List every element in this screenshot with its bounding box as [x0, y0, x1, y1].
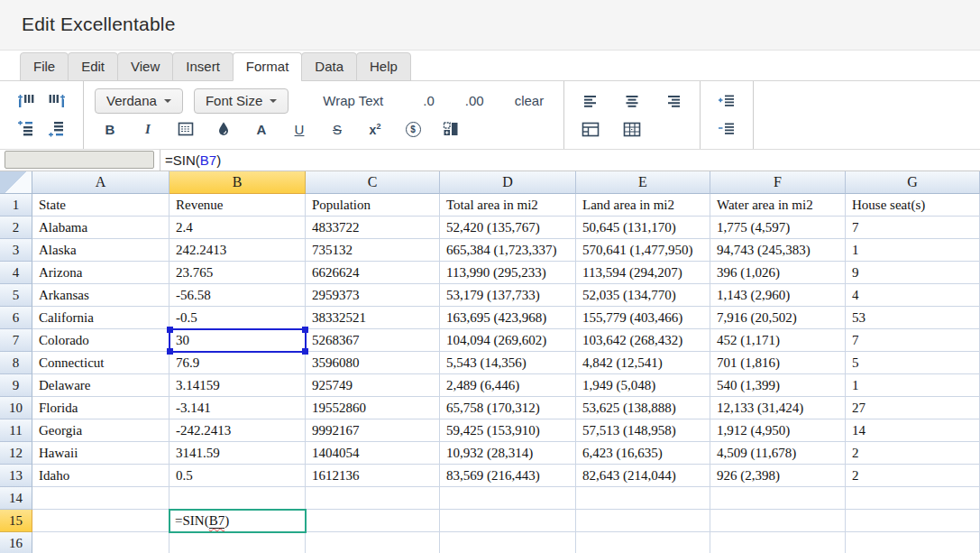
cell-C1[interactable]: Population	[306, 194, 440, 217]
cell-B13[interactable]: 0.5	[169, 465, 306, 487]
cell-G7[interactable]: 7	[846, 329, 980, 352]
cell-E2[interactable]: 50,645 (131,170)	[576, 217, 710, 239]
cell-G16[interactable]	[846, 532, 980, 553]
cell-F11[interactable]: 1,912 (4,950)	[710, 419, 846, 442]
font-family-button[interactable]: Verdana	[95, 88, 183, 114]
cell-F15[interactable]	[710, 510, 846, 532]
menu-tab-format[interactable]: Format	[233, 52, 303, 81]
cell-G10[interactable]: 27	[846, 397, 980, 419]
cell-C12[interactable]: 1404054	[306, 442, 440, 465]
cell-D1[interactable]: Total area in mi2	[440, 194, 576, 217]
cell-G8[interactable]: 5	[846, 352, 980, 374]
column-header-E[interactable]: E	[576, 171, 710, 194]
cell-C10[interactable]: 19552860	[306, 397, 440, 419]
indent-decrease-icon[interactable]	[711, 117, 742, 141]
cell-F5[interactable]: 1,143 (2,960)	[710, 284, 846, 307]
currency-button[interactable]: $	[398, 117, 428, 141]
menu-tab-view[interactable]: View	[117, 52, 173, 81]
cell-E6[interactable]: 155,779 (403,466)	[576, 307, 710, 329]
insert-row-above-icon[interactable]	[11, 117, 41, 141]
table-plus-icon[interactable]	[435, 117, 466, 141]
cell-C4[interactable]: 6626624	[306, 262, 440, 284]
cell-A5[interactable]: Arkansas	[32, 284, 169, 307]
cell-C13[interactable]: 1612136	[306, 465, 440, 487]
cell-D9[interactable]: 2,489 (6,446)	[440, 374, 576, 397]
cell-D7[interactable]: 104,094 (269,602)	[440, 329, 576, 352]
column-header-F[interactable]: F	[710, 171, 846, 194]
cell-E5[interactable]: 52,035 (134,770)	[576, 284, 710, 307]
row-header-10[interactable]: 10	[0, 397, 32, 419]
insert-column-left-icon[interactable]	[11, 89, 41, 113]
column-header-D[interactable]: D	[440, 171, 576, 194]
cell-A10[interactable]: Florida	[32, 397, 169, 419]
cell-A4[interactable]: Arizona	[32, 262, 169, 284]
row-header-7[interactable]: 7	[0, 329, 32, 352]
cell-A1[interactable]: State	[32, 194, 169, 217]
cell-C3[interactable]: 735132	[306, 239, 440, 262]
cell-A14[interactable]	[32, 487, 169, 510]
cell-A16[interactable]	[32, 532, 169, 553]
cell-C11[interactable]: 9992167	[306, 419, 440, 442]
cell-F12[interactable]: 4,509 (11,678)	[710, 442, 846, 465]
underline-button[interactable]: U	[284, 117, 315, 141]
cell-B6[interactable]: -0.5	[169, 307, 306, 329]
cell-E9[interactable]: 1,949 (5,048)	[576, 374, 710, 397]
cell-E11[interactable]: 57,513 (148,958)	[576, 419, 710, 442]
cell-B11[interactable]: -242.2413	[169, 419, 306, 442]
row-header-16[interactable]: 16	[0, 532, 32, 553]
cell-F10[interactable]: 12,133 (31,424)	[710, 397, 846, 419]
cell-C6[interactable]: 38332521	[306, 307, 440, 329]
cell-A15[interactable]	[32, 510, 169, 532]
cell-B12[interactable]: 3141.59	[169, 442, 306, 465]
cell-F2[interactable]: 1,775 (4,597)	[710, 217, 846, 239]
decimal-decrease-button[interactable]: .0	[414, 93, 444, 108]
cell-C8[interactable]: 3596080	[306, 352, 440, 374]
row-header-5[interactable]: 5	[0, 284, 32, 307]
cell-B8[interactable]: 76.9	[169, 352, 306, 374]
cell-G12[interactable]: 2	[846, 442, 980, 465]
cell-B10[interactable]: -3.141	[169, 397, 306, 419]
cell-G15[interactable]	[846, 510, 980, 532]
cell-G5[interactable]: 4	[846, 284, 980, 307]
menu-tab-help[interactable]: Help	[356, 52, 411, 81]
cell-D2[interactable]: 52,420 (135,767)	[440, 217, 576, 239]
cell-E14[interactable]	[576, 487, 710, 510]
unmerge-cells-icon[interactable]	[617, 117, 647, 141]
row-header-4[interactable]: 4	[0, 262, 32, 284]
cell-A3[interactable]: Alaska	[32, 239, 169, 262]
cell-F3[interactable]: 94,743 (245,383)	[710, 239, 846, 262]
cell-E7[interactable]: 103,642 (268,432)	[576, 329, 710, 352]
strikethrough-button[interactable]: S	[322, 117, 353, 141]
row-header-1[interactable]: 1	[0, 194, 32, 217]
cell-D16[interactable]	[440, 532, 576, 553]
selection-handle[interactable]	[167, 348, 173, 355]
selected-cell-overlay[interactable]	[169, 328, 307, 353]
cell-F4[interactable]: 396 (1,026)	[710, 262, 846, 284]
row-header-2[interactable]: 2	[0, 217, 32, 239]
cell-B3[interactable]: 242.2413	[169, 239, 306, 262]
column-header-A[interactable]: A	[32, 171, 169, 194]
row-header-3[interactable]: 3	[0, 239, 32, 262]
cell-A6[interactable]: California	[32, 307, 169, 329]
cell-G4[interactable]: 9	[846, 262, 980, 284]
cell-B5[interactable]: -56.58	[169, 284, 306, 307]
insert-column-right-icon[interactable]	[41, 89, 72, 113]
cell-B2[interactable]: 2.4	[169, 217, 306, 239]
row-header-11[interactable]: 11	[0, 419, 32, 442]
cell-E15[interactable]	[576, 510, 710, 532]
cell-C7[interactable]: 5268367	[306, 329, 440, 352]
cell-A2[interactable]: Alabama	[32, 217, 169, 239]
cell-C5[interactable]: 2959373	[306, 284, 440, 307]
cell-C2[interactable]: 4833722	[306, 217, 440, 239]
cell-C14[interactable]	[306, 487, 440, 510]
menu-tab-edit[interactable]: Edit	[68, 52, 118, 81]
menu-tab-file[interactable]: File	[20, 52, 69, 81]
cell-G1[interactable]: House seat(s)	[846, 194, 980, 217]
row-header-12[interactable]: 12	[0, 442, 32, 465]
column-header-G[interactable]: G	[846, 171, 980, 194]
indent-increase-icon[interactable]	[711, 89, 742, 113]
cell-A11[interactable]: Georgia	[32, 419, 169, 442]
menu-tab-insert[interactable]: Insert	[172, 52, 234, 81]
cell-A8[interactable]: Connecticut	[32, 352, 169, 374]
cell-G14[interactable]	[846, 487, 980, 510]
